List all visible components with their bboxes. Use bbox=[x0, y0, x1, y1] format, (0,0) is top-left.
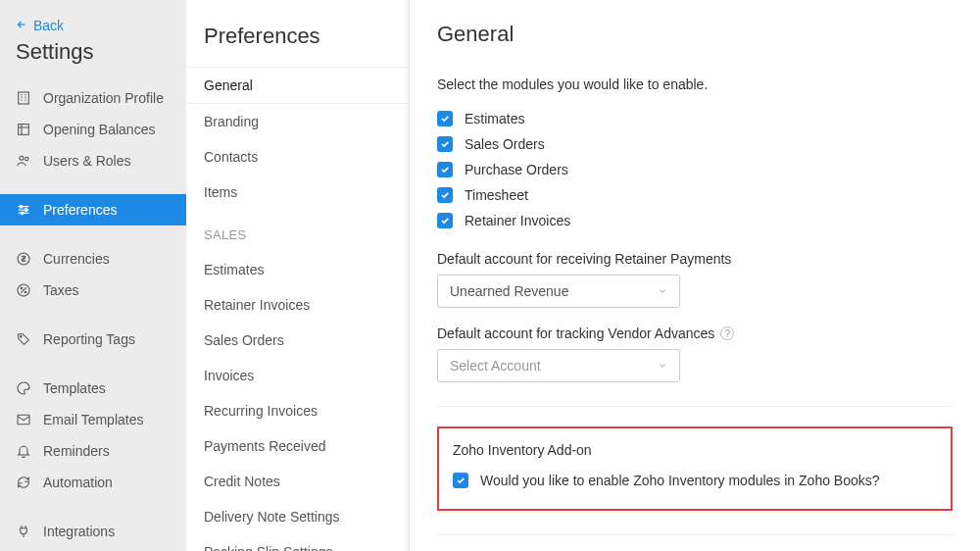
sidebar-item-label: Templates bbox=[43, 380, 106, 396]
module-label: Estimates bbox=[465, 111, 524, 126]
checkbox-inventory-addon[interactable] bbox=[453, 473, 468, 488]
settings-title: Settings bbox=[0, 39, 186, 82]
sidebar-item-automation[interactable]: Automation bbox=[0, 467, 186, 498]
sidebar-item-integrations[interactable]: Integrations bbox=[0, 516, 186, 547]
tag-icon bbox=[16, 331, 31, 347]
svg-point-3 bbox=[25, 157, 28, 160]
pref-item-estimates[interactable]: Estimates bbox=[186, 252, 409, 287]
pref-item-branding[interactable]: Branding bbox=[186, 104, 409, 139]
pref-item-items[interactable]: Items bbox=[186, 175, 409, 210]
page-title: General bbox=[437, 22, 953, 47]
back-link[interactable]: Back bbox=[0, 18, 186, 39]
sidebar-item-label: Integrations bbox=[43, 524, 115, 539]
sidebar-item-label: Taxes bbox=[43, 282, 79, 298]
svg-point-11 bbox=[21, 336, 23, 338]
sidebar-item-label: Automation bbox=[43, 475, 113, 490]
chevron-down-icon bbox=[658, 358, 667, 374]
sidebar-item-users-roles[interactable]: Users & Roles bbox=[0, 145, 186, 176]
module-label: Retainer Invoices bbox=[465, 213, 570, 228]
divider bbox=[437, 534, 953, 535]
sidebar-item-label: Email Templates bbox=[43, 412, 143, 427]
svg-point-9 bbox=[21, 287, 23, 289]
sidebar-item-label: Reminders bbox=[43, 443, 110, 459]
vendor-advance-select[interactable]: Select Account bbox=[437, 349, 680, 382]
sidebar-item-org-profile[interactable]: Organization Profile bbox=[0, 82, 186, 114]
sidebar-item-label: Users & Roles bbox=[43, 153, 130, 169]
sidebar-item-label: Organization Profile bbox=[43, 90, 164, 106]
building-icon bbox=[16, 90, 31, 106]
help-icon[interactable]: ? bbox=[720, 326, 734, 340]
svg-point-5 bbox=[24, 209, 27, 212]
sidebar-item-label: Currencies bbox=[43, 251, 110, 267]
module-label: Purchase Orders bbox=[465, 162, 568, 177]
settings-sidebar: Back Settings Organization Profile Openi… bbox=[0, 0, 186, 551]
vendor-advance-label: Default account for tracking Vendor Adva… bbox=[437, 326, 953, 341]
sidebar-item-reminders[interactable]: Reminders bbox=[0, 435, 186, 467]
back-label: Back bbox=[33, 18, 64, 33]
svg-rect-1 bbox=[19, 125, 29, 135]
users-icon bbox=[16, 153, 31, 169]
chevron-down-icon bbox=[658, 283, 667, 299]
sidebar-item-taxes[interactable]: Taxes bbox=[0, 275, 186, 306]
pref-item-invoices[interactable]: Invoices bbox=[186, 358, 409, 393]
inventory-addon-section: Zoho Inventory Add-on Would you like to … bbox=[437, 426, 953, 511]
select-placeholder: Select Account bbox=[450, 358, 541, 374]
ledger-icon bbox=[16, 122, 31, 137]
pref-item-packing-slip[interactable]: Packing Slip Settings bbox=[186, 534, 409, 551]
percent-icon bbox=[16, 282, 31, 298]
module-row-estimates: Estimates bbox=[437, 106, 953, 131]
pref-item-sales-orders[interactable]: Sales Orders bbox=[186, 323, 409, 358]
sidebar-item-opening-balances[interactable]: Opening Balances bbox=[0, 114, 186, 145]
sliders-icon bbox=[16, 202, 31, 218]
modules-instruction: Select the modules you would like to ena… bbox=[437, 76, 953, 92]
module-label: Sales Orders bbox=[465, 136, 545, 152]
svg-rect-12 bbox=[18, 415, 29, 424]
svg-point-2 bbox=[20, 156, 24, 160]
sidebar-item-label: Preferences bbox=[43, 202, 117, 218]
addon-row: Would you like to enable Zoho Inventory … bbox=[453, 468, 937, 493]
pref-item-retainer-invoices[interactable]: Retainer Invoices bbox=[186, 287, 409, 323]
refresh-icon bbox=[16, 475, 31, 490]
arrow-left-icon bbox=[16, 18, 27, 33]
mail-icon bbox=[16, 412, 31, 427]
retainer-account-label: Default account for receiving Retainer P… bbox=[437, 251, 953, 267]
sidebar-item-templates[interactable]: Templates bbox=[0, 373, 186, 404]
plug-icon bbox=[16, 524, 31, 539]
addon-title: Zoho Inventory Add-on bbox=[453, 442, 937, 458]
checkbox-timesheet[interactable] bbox=[437, 187, 453, 203]
checkbox-purchase-orders[interactable] bbox=[437, 162, 453, 177]
retainer-account-select[interactable]: Unearned Revenue bbox=[437, 275, 680, 308]
sidebar-item-email-templates[interactable]: Email Templates bbox=[0, 404, 186, 435]
sidebar-item-label: Opening Balances bbox=[43, 122, 155, 137]
bell-icon bbox=[16, 443, 31, 459]
module-row-sales-orders: Sales Orders bbox=[437, 131, 953, 157]
module-label: Timesheet bbox=[465, 187, 528, 203]
pref-item-credit-notes[interactable]: Credit Notes bbox=[186, 464, 409, 499]
svg-rect-0 bbox=[19, 92, 29, 104]
checkbox-sales-orders[interactable] bbox=[437, 136, 453, 152]
checkbox-retainer-invoices[interactable] bbox=[437, 213, 453, 228]
sidebar-item-reporting-tags[interactable]: Reporting Tags bbox=[0, 324, 186, 355]
pref-item-payments-received[interactable]: Payments Received bbox=[186, 428, 409, 464]
select-value: Unearned Revenue bbox=[450, 283, 568, 299]
pref-item-delivery-note[interactable]: Delivery Note Settings bbox=[186, 499, 409, 534]
preferences-panel: Preferences General Branding Contacts It… bbox=[186, 0, 410, 551]
divider bbox=[437, 406, 953, 407]
module-row-retainer-invoices: Retainer Invoices bbox=[437, 208, 953, 233]
palette-icon bbox=[16, 380, 31, 396]
sidebar-item-preferences[interactable]: Preferences bbox=[0, 194, 186, 225]
pref-item-recurring-invoices[interactable]: Recurring Invoices bbox=[186, 393, 409, 428]
preferences-title: Preferences bbox=[186, 0, 409, 67]
svg-point-6 bbox=[21, 212, 24, 215]
addon-question: Would you like to enable Zoho Inventory … bbox=[480, 473, 880, 488]
svg-point-10 bbox=[24, 291, 26, 293]
svg-point-4 bbox=[20, 205, 23, 208]
pref-item-general[interactable]: General bbox=[186, 67, 409, 104]
checkbox-estimates[interactable] bbox=[437, 111, 453, 126]
pref-item-contacts[interactable]: Contacts bbox=[186, 139, 409, 175]
dollar-icon bbox=[16, 251, 31, 267]
pref-section-sales: SALES bbox=[186, 210, 409, 252]
sidebar-item-currencies[interactable]: Currencies bbox=[0, 243, 186, 275]
module-row-purchase-orders: Purchase Orders bbox=[437, 157, 953, 182]
module-row-timesheet: Timesheet bbox=[437, 182, 953, 208]
